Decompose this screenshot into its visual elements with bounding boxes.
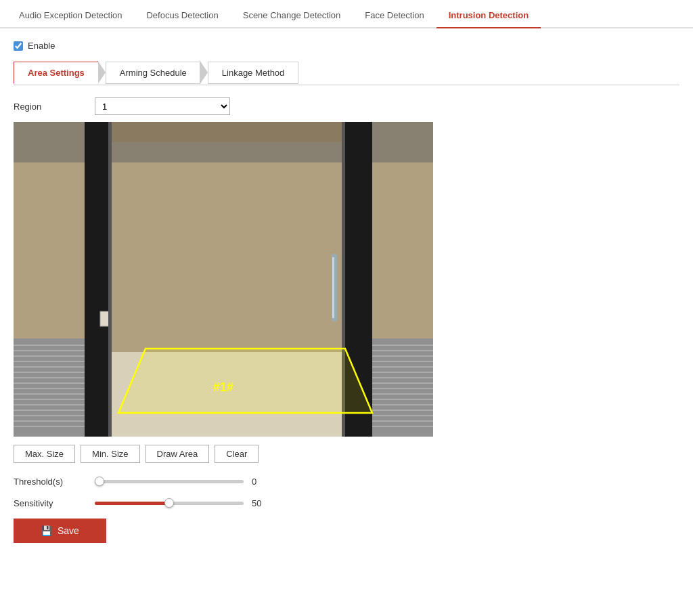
sensitivity-value: 50	[252, 498, 272, 508]
threshold-track	[95, 480, 244, 483]
camera-feed[interactable]: #1#	[14, 122, 433, 437]
main-content: Enable Area Settings Arming Schedule Lin…	[0, 28, 693, 555]
enable-checkbox[interactable]	[14, 41, 23, 51]
sensitivity-track	[95, 502, 244, 505]
sensitivity-fill	[95, 502, 169, 505]
sensitivity-slider[interactable]	[95, 497, 244, 509]
subtab-area-settings[interactable]: Area Settings	[14, 62, 98, 84]
tab-audio[interactable]: Audio Exception Detection	[7, 3, 134, 28]
region-label: Region	[14, 102, 95, 112]
tab-scene-change[interactable]: Scene Change Detection	[231, 3, 353, 28]
svg-rect-5	[14, 338, 85, 437]
threshold-row: Threshold(s) 0	[14, 475, 679, 487]
intrusion-zone-polygon	[118, 349, 372, 413]
save-icon: 💾	[41, 525, 52, 536]
subtab-arrow-2	[200, 60, 208, 85]
subtab-arming-schedule[interactable]: Arming Schedule	[106, 62, 200, 84]
sub-tabs: Area Settings Arming Schedule Linkage Me…	[14, 60, 679, 85]
threshold-value: 0	[252, 477, 272, 487]
region-row: Region 1 2 3 4	[14, 97, 679, 115]
tab-face-detection[interactable]: Face Detection	[353, 3, 436, 28]
threshold-slider[interactable]	[95, 475, 244, 487]
buttons-row: Max. Size Min. Size Draw Area Clear	[14, 445, 679, 463]
threshold-thumb[interactable]	[95, 477, 104, 486]
save-label: Save	[58, 525, 79, 536]
draw-area-button[interactable]: Draw Area	[146, 445, 210, 463]
svg-rect-44	[108, 122, 112, 437]
tab-defocus[interactable]: Defocus Detection	[134, 3, 230, 28]
clear-button[interactable]: Clear	[215, 445, 259, 463]
sensitivity-row: Sensitivity 50	[14, 497, 679, 509]
region-select[interactable]: 1 2 3 4	[95, 97, 230, 115]
top-navigation: Audio Exception Detection Defocus Detect…	[0, 0, 693, 28]
svg-rect-22	[372, 338, 433, 437]
svg-rect-42	[332, 257, 334, 318]
tab-intrusion-detection[interactable]: Intrusion Detection	[437, 3, 541, 28]
threshold-label: Threshold(s)	[14, 477, 95, 487]
svg-rect-43	[110, 122, 344, 142]
sensitivity-thumb[interactable]	[164, 498, 174, 508]
max-size-button[interactable]: Max. Size	[14, 445, 75, 463]
subtab-arrow-1	[97, 60, 106, 85]
save-button[interactable]: 💾 Save	[14, 519, 106, 543]
enable-label: Enable	[28, 41, 55, 51]
enable-row: Enable	[14, 41, 679, 51]
sensitivity-label: Sensitivity	[14, 498, 95, 508]
region-overlay-text: #1#	[213, 380, 233, 394]
subtab-linkage-method[interactable]: Linkage Method	[208, 62, 299, 84]
min-size-button[interactable]: Min. Size	[81, 445, 139, 463]
svg-rect-3	[85, 122, 110, 437]
camera-scene: #1#	[14, 122, 433, 437]
